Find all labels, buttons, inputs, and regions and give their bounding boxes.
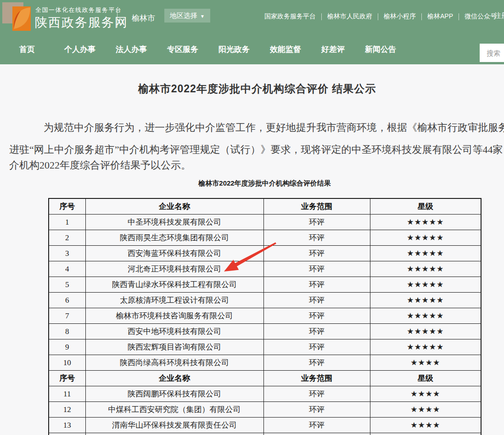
nav-item-6[interactable]: 好差评 [321, 44, 345, 55]
cell-business-scope: 环评 [263, 261, 370, 277]
cell-business-scope: 环评 [263, 277, 370, 293]
column-header: 序号 [49, 371, 85, 386]
table-row: 2陕西雨昊生态环境集团有限公司环评★★★★★ [49, 230, 481, 246]
table-row-partial [49, 433, 481, 435]
cell-company-name: 陕西尚绿高科环境科技有限公司 [85, 355, 263, 371]
region-selector-label: 地区选择 [170, 11, 197, 19]
site-logo[interactable] [2, 2, 32, 32]
nav-item-3[interactable]: 专区服务 [167, 44, 198, 55]
cell-business-scope: 环评 [263, 418, 370, 433]
cell-star-rating: ★★★★★ [370, 324, 481, 339]
cell-business-scope: 环评 [263, 308, 370, 324]
cell-empty [370, 433, 481, 435]
header-links: 国家政务服务平台榆林市人民政府榆林小程序榆林APP微信公众号 [264, 12, 497, 21]
page-title: 榆林市2022年度涉批中介机构综合评价 结果公示 [0, 82, 504, 96]
header-link-1[interactable]: 榆林市人民政府 [327, 12, 372, 21]
table-row: 3西安海蓝环保科技有限公司环评★★★★★ [49, 246, 481, 261]
cell-empty [263, 433, 370, 435]
cell-company-name: 西安海蓝环保科技有限公司 [85, 246, 263, 261]
header-divider [117, 9, 118, 28]
cell-empty [85, 433, 263, 435]
nav-item-0[interactable]: 首页 [19, 44, 35, 55]
link-separator [459, 13, 459, 20]
register-link[interactable]: 注册 [494, 11, 504, 20]
cell-company-name: 陕西宏辉项目咨询有限公司 [85, 339, 263, 355]
table-row: 8西安中地环境科技有限公司环评★★★★★ [49, 324, 481, 339]
cell-business-scope: 环评 [263, 230, 370, 246]
header-link-2[interactable]: 榆林小程序 [384, 12, 416, 21]
cell-index: 13 [49, 418, 85, 433]
table-row: 10陕西尚绿高科环境科技有限公司环评★★★★ [49, 355, 481, 371]
cell-star-rating: ★★★★★ [370, 261, 481, 277]
cell-star-rating: ★★★★★ [370, 246, 481, 261]
nav-item-2[interactable]: 法人办事 [116, 44, 147, 55]
cell-index: 4 [49, 261, 85, 277]
site-header: 全国一体化在线政务服务平台 陕西政务服务网 榆林市 地区选择▼ 国家政务服务平台… [0, 0, 504, 64]
notice-paragraph-line: 进驻“网上中介服务超市”中介机构考评管理规定（试行）》要求，现将评定的中圣环境科… [9, 143, 503, 157]
notice-paragraph-line: 为规范中介服务行为，进一步强化中介监管工作，更好地提升我市营商环境，根据《榆林市… [44, 121, 504, 135]
browser-page: 全国一体化在线政务服务平台 陕西政务服务网 榆林市 地区选择▼ 国家政务服务平台… [0, 0, 504, 435]
cell-star-rating: ★★★★ [370, 386, 481, 402]
cell-star-rating: ★★★★ [370, 355, 481, 371]
evaluation-table: 序号企业名称业务范围星级1中圣环境科技发展有限公司环评★★★★★2陕西雨昊生态环… [48, 198, 482, 435]
cell-index: 7 [49, 308, 85, 324]
current-city-label: 榆林市 [132, 13, 155, 23]
nav-item-7[interactable]: 新闻公告 [365, 44, 396, 55]
header-link-3[interactable]: 榆林APP [427, 12, 453, 21]
region-selector-button[interactable]: 地区选择▼ [164, 9, 210, 23]
nav-item-1[interactable]: 个人办事 [64, 44, 95, 55]
cell-business-scope: 环评 [263, 246, 370, 261]
main-nav: 首页个人办事法人办事专区服务阳光政务效能监督好差评新闻公告 [0, 34, 504, 64]
cell-star-rating: ★★★★★ [370, 293, 481, 308]
cell-business-scope: 环评 [263, 339, 370, 355]
logo-graphic [2, 2, 32, 32]
cell-index: 11 [49, 386, 85, 402]
cell-business-scope: 环评 [263, 402, 370, 418]
column-header: 企业名称 [85, 198, 263, 215]
cell-business-scope: 环评 [263, 215, 370, 230]
cell-company-name: 榆林市环境科技咨询服务有限公司 [85, 308, 263, 324]
cell-index: 2 [49, 230, 85, 246]
table-header-row: 序号企业名称业务范围星级 [49, 371, 481, 386]
table-row: 13渭南华山环保科技发展有限责任公司环评★★★★ [49, 418, 481, 433]
cell-company-name: 太原核清环境工程设计有限公司 [85, 293, 263, 308]
cell-star-rating: ★★★★★ [370, 308, 481, 324]
cell-index: 5 [49, 277, 85, 293]
column-header: 星级 [370, 198, 481, 215]
link-separator [378, 13, 378, 20]
cell-company-name: 渭南华山环保科技发展有限责任公司 [85, 418, 263, 433]
nav-item-5[interactable]: 效能监督 [270, 44, 301, 55]
cell-company-name: 西安中地环境科技有限公司 [85, 324, 263, 339]
search-box[interactable] [480, 44, 504, 62]
cell-business-scope: 环评 [263, 355, 370, 371]
column-header: 星级 [370, 371, 481, 386]
cell-company-name: 陕西青山绿水环保科技工程有限公司 [85, 277, 263, 293]
notice-paragraph-line: 介机构2022年度综合评价结果予以公示。 [9, 158, 191, 172]
cell-index: 6 [49, 293, 85, 308]
column-header: 业务范围 [263, 198, 370, 215]
cell-business-scope: 环评 [263, 324, 370, 339]
header-link-0[interactable]: 国家政务服务平台 [264, 12, 316, 21]
cell-business-scope: 环评 [263, 293, 370, 308]
table-row: 11陕西阔鹏环保科技有限公司环评★★★★ [49, 386, 481, 402]
table-row: 6太原核清环境工程设计有限公司环评★★★★★ [49, 293, 481, 308]
cell-index: 8 [49, 324, 85, 339]
column-header: 企业名称 [85, 371, 263, 386]
cell-index: 10 [49, 355, 85, 371]
cell-index: 9 [49, 339, 85, 355]
cell-company-name: 中圣环境科技发展有限公司 [85, 215, 263, 230]
cell-index: 1 [49, 215, 85, 230]
cell-business-scope: 环评 [263, 386, 370, 402]
header-link-4[interactable]: 微信公众号 [465, 12, 497, 21]
table-header-row: 序号企业名称业务范围星级 [49, 198, 481, 215]
link-separator [321, 13, 322, 20]
nav-item-4[interactable]: 阳光政务 [218, 44, 250, 55]
table-row: 9陕西宏辉项目咨询有限公司环评★★★★★ [49, 339, 481, 355]
table-row: 1中圣环境科技发展有限公司环评★★★★★ [49, 215, 481, 230]
table-row: 12中煤科工西安研究院（集团）有限公司环评★★★★ [49, 402, 481, 418]
cell-company-name: 陕西阔鹏环保科技有限公司 [85, 386, 263, 402]
search-input[interactable] [486, 49, 504, 57]
cell-star-rating: ★★★★★ [370, 277, 481, 293]
cell-star-rating: ★★★★★ [370, 215, 481, 230]
table-row: 4河北奇正环境科技有限公司环评★★★★★ [49, 261, 481, 277]
